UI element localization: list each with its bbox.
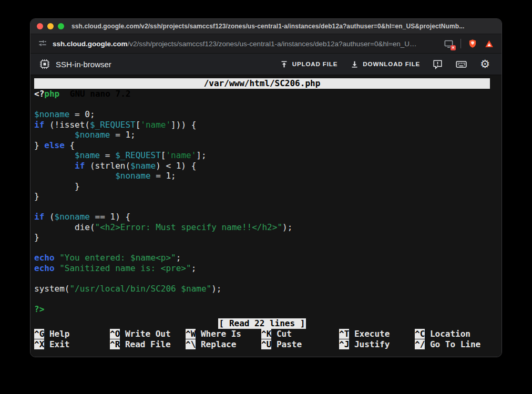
minimize-button[interactable] <box>47 23 54 29</box>
code-line: echo "You entered: $name<p>"; <box>34 253 490 263</box>
nano-version: GNU nano 7.2 <box>70 89 131 99</box>
nano-shortcut: ^K Cut <box>261 329 339 339</box>
nano-status-row: [ Read 22 lines ] <box>34 318 490 329</box>
nano-shortcut: ^O Write Out <box>110 329 186 339</box>
app-brand: SSH-in-browser <box>39 58 111 70</box>
code-line: } <box>34 191 490 202</box>
terminal[interactable]: GNU nano 7.2 /var/www/html/SC206.php <?p… <box>30 75 502 357</box>
nano-shortcut: ^G Help <box>34 329 110 339</box>
nano-shortcuts-row-2: ^X Exit^R Read File^\ Replace^U Paste^J … <box>34 339 490 350</box>
download-icon <box>350 60 359 69</box>
screen-share-blocked-badge: ✕ <box>451 45 456 50</box>
nano-status-message: [ Read 22 lines ] <box>218 318 306 329</box>
cpu-chip-icon <box>39 58 50 70</box>
maximize-button[interactable] <box>58 23 64 29</box>
app-toolbar: SSH-in-browser UPLOAD FILE DOWNLOAD FILE <box>30 54 502 75</box>
nano-shortcut: ^X Exit <box>34 339 110 350</box>
code-area: <?php $noname = 0;if (!isset($_REQUEST['… <box>34 89 490 314</box>
nano-shortcuts-row-1: ^G Help^O Write Out^W Where Is^K Cut^T E… <box>34 329 490 339</box>
nano-shortcut: ^/ Go To Line <box>415 339 490 350</box>
feedback-button[interactable] <box>433 59 443 69</box>
traffic-lights <box>37 23 64 29</box>
code-line: die("<h2>Error: Must specify name!!</h2>… <box>34 222 490 233</box>
window-title: ssh.cloud.google.com/v2/ssh/projects/sam… <box>71 23 464 30</box>
nano-shortcut: ^\ Replace <box>186 339 261 350</box>
code-line: echo "Sanitized name is: <pre>"; <box>34 263 490 274</box>
screen-share-icon[interactable]: ✕ <box>444 39 454 49</box>
code-line: ?> <box>34 304 490 315</box>
window-titlebar: ssh.cloud.google.com/v2/ssh/projects/sam… <box>30 19 502 34</box>
toolbar-actions: UPLOAD FILE DOWNLOAD FILE ⚙ <box>280 58 490 70</box>
nano-shortcut: ^T Execute <box>339 329 415 339</box>
code-line: if ($noname == 1) { <box>34 212 490 222</box>
upload-icon <box>280 60 289 69</box>
download-file-button[interactable]: DOWNLOAD FILE <box>350 60 420 69</box>
brave-shields-icon[interactable] <box>468 39 477 48</box>
code-line: $noname = 1; <box>34 130 490 140</box>
code-line: if (!isset($_REQUEST['name'])) { <box>34 120 490 130</box>
upload-file-label: UPLOAD FILE <box>292 61 338 67</box>
nano-file-path: /var/www/html/SC206.php <box>34 78 490 89</box>
code-line: } <box>34 181 490 192</box>
upload-file-button[interactable]: UPLOAD FILE <box>280 60 338 69</box>
code-line: $noname = 1; <box>34 171 490 181</box>
nano-shortcut: ^C Location <box>415 329 490 339</box>
code-line <box>34 273 490 284</box>
address-bar[interactable]: ssh.cloud.google.com/v2/ssh/projects/sam… <box>30 34 502 54</box>
nano-shortcut: ^R Read File <box>110 339 186 350</box>
code-line: if (strlen($name) < 1) { <box>34 161 490 171</box>
brave-rewards-icon[interactable] <box>484 39 494 49</box>
nano-titlebar: GNU nano 7.2 /var/www/html/SC206.php <box>34 78 490 89</box>
code-line: } <box>34 232 490 243</box>
settings-gear-icon[interactable]: ⚙ <box>480 59 490 69</box>
code-line <box>34 243 490 253</box>
toolbar-divider <box>461 39 461 48</box>
code-line <box>34 294 490 304</box>
address-bar-actions: ✕ <box>444 39 494 49</box>
app-title: SSH-in-browser <box>56 60 111 69</box>
nano-shortcut: ^J Justify <box>339 339 415 350</box>
site-settings-icon[interactable] <box>38 39 47 48</box>
nano-shortcut: ^U Paste <box>261 339 339 350</box>
nano-shortcut: ^W Where Is <box>186 329 261 339</box>
code-line: $noname = 0; <box>34 109 490 120</box>
download-file-label: DOWNLOAD FILE <box>363 61 420 67</box>
code-line <box>34 202 490 212</box>
browser-window: ssh.cloud.google.com/v2/ssh/projects/sam… <box>30 18 502 357</box>
code-line: } else { <box>34 140 490 151</box>
code-line: $name = $_REQUEST['name']; <box>34 150 490 161</box>
keyboard-button[interactable] <box>455 58 467 70</box>
url-text[interactable]: ssh.cloud.google.com/v2/ssh/projects/sam… <box>53 40 438 48</box>
code-line: system("/usr/local/bin/SC206 $name"); <box>34 284 490 294</box>
code-line <box>34 99 490 110</box>
url-path: /v2/ssh/projects/samccsf123/zones/us-cen… <box>128 40 417 48</box>
close-button[interactable] <box>37 23 43 29</box>
url-domain: ssh.cloud.google.com <box>53 40 128 48</box>
